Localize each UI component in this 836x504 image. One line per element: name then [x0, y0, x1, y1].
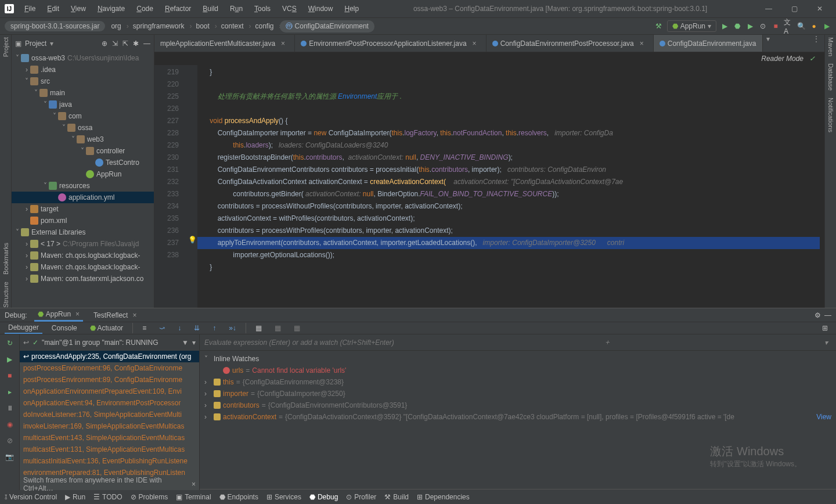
breadcrumb-spring[interactable]: springframework [127, 21, 190, 31]
collapse-icon[interactable]: ⇱ [122, 39, 128, 48]
frame-row[interactable]: multicastInitialEvent:136, EventPublishi… [20, 455, 199, 467]
gear-icon[interactable]: ⚙ [815, 311, 821, 319]
hide-icon[interactable]: — [143, 39, 150, 48]
run-icon[interactable]: ▶ [720, 21, 729, 31]
bb-profiler[interactable]: ⊙ Profiler [346, 493, 376, 501]
chevron-down-icon[interactable]: ▾ [821, 339, 831, 347]
thread-label[interactable]: "main"@1 in group "main": RUNNING [42, 339, 178, 347]
var-urls[interactable]: urls = Cannot find local variable 'urls' [204, 365, 831, 376]
breadcrumb-jar[interactable]: spring-boot-3.0.1-sources.jar [5, 21, 105, 31]
tree-src[interactable]: ˅src [12, 75, 154, 87]
menu-window[interactable]: Window [304, 2, 338, 15]
layout-icon[interactable]: ⊞ [819, 323, 831, 333]
frame-row[interactable]: multicastEvent:131, SimpleApplicationEve… [20, 444, 199, 455]
tab-3[interactable]: ConfigDataEnvironment.java [654, 35, 763, 52]
tree-java[interactable]: ˅java [12, 99, 154, 110]
tree-resources[interactable]: ˅resources [12, 180, 154, 192]
ai-icon[interactable]: ● [809, 21, 819, 31]
maximize-button[interactable]: ▢ [783, 0, 806, 17]
search-icon[interactable]: 🔍 [797, 21, 806, 31]
frame-row[interactable]: multicastEvent:143, SimpleApplicationEve… [20, 432, 199, 444]
run-to-cursor-icon[interactable]: »↓ [225, 323, 240, 333]
profile-icon[interactable]: ⊙ [758, 21, 767, 31]
minimize-icon[interactable]: — [824, 311, 831, 319]
close-icon[interactable]: × [192, 480, 196, 488]
tab-debugger[interactable]: Debugger [5, 322, 42, 334]
reader-mode-toggle[interactable]: Reader Mode [761, 55, 803, 63]
tree-com[interactable]: ˅com [12, 110, 154, 122]
tool-maven[interactable]: Maven [827, 37, 834, 56]
frame-row[interactable]: postProcessEnvironment:96, ConfigDataEnv… [20, 362, 199, 374]
menu-edit[interactable]: Edit [42, 2, 64, 15]
bb-debug[interactable]: ⬣ Debug [309, 493, 338, 501]
tree-testctrl[interactable]: TestContro [12, 157, 154, 168]
menu-view[interactable]: View [66, 2, 91, 15]
tree-pom[interactable]: pom.xml [12, 215, 154, 226]
settings-icon[interactable]: ✱ [133, 39, 139, 48]
bb-run[interactable]: ▶ Run [65, 493, 85, 501]
add-watch-icon[interactable]: ＋ [600, 337, 614, 347]
run-config-select[interactable]: ⬣AppRun▾ [667, 20, 716, 32]
chevron-down-icon[interactable]: ▾ [192, 339, 196, 347]
tree-root[interactable]: ˅ossa-web3C:\Users\sunjinxin\Idea [12, 52, 154, 64]
frame-row[interactable]: postProcessEnvironment:89, ConfigDataEnv… [20, 374, 199, 386]
menu-refactor[interactable]: Refactor [160, 2, 196, 15]
bb-services[interactable]: ⊞ Services [266, 493, 301, 501]
close-icon[interactable]: × [636, 39, 647, 48]
tab-0[interactable]: mpleApplicationEventMulticaster.java× [154, 35, 295, 52]
breadcrumb-context[interactable]: context [215, 21, 250, 31]
evaluate-icon[interactable]: ▦ [252, 323, 265, 333]
menu-tools[interactable]: Tools [250, 2, 275, 15]
tree-extlib[interactable]: ˅External Libraries [12, 226, 154, 238]
tree-controller[interactable]: ˅controller [12, 145, 154, 157]
tree-m2[interactable]: ›Maven: ch.qos.logback:logback- [12, 261, 154, 273]
tree-m3[interactable]: ›Maven: com.fasterxml.jackson.co [12, 273, 154, 285]
close-button[interactable]: ✕ [808, 0, 831, 17]
menu-help[interactable]: Help [340, 2, 363, 15]
tree-target[interactable]: ›target [12, 203, 154, 215]
view-link[interactable]: View [816, 413, 831, 421]
translate-icon[interactable]: 文A [784, 21, 793, 31]
menu-file[interactable]: File [20, 2, 40, 15]
var-this[interactable]: › this = {ConfigDataEnvironment@3238} [204, 376, 831, 388]
more-icon[interactable]: ▦ [290, 323, 304, 333]
debug-icon[interactable]: ⬣ [733, 21, 742, 31]
step-into-icon[interactable]: ↓ [174, 323, 185, 333]
tool-project[interactable]: Project [2, 37, 9, 57]
evaluate-input[interactable]: Evaluate expression (Enter) or add a wat… [200, 334, 836, 351]
mute-breakpoints-icon[interactable]: ⊘ [5, 435, 15, 446]
tool-bookmarks[interactable]: Bookmarks [2, 243, 9, 275]
tree-apprun[interactable]: AppRun [12, 168, 154, 180]
var-activation-context[interactable]: › activationContext = {ConfigDataActivat… [204, 411, 831, 423]
step-out-icon[interactable]: ↑ [209, 323, 219, 333]
tree-jdk[interactable]: ›< 17 >C:\Program Files\Java\jd [12, 238, 154, 250]
stop-icon[interactable]: ■ [5, 370, 15, 381]
tab-console[interactable]: Console [48, 323, 81, 333]
step-over-icon[interactable]: ⤻ [156, 323, 168, 333]
breadcrumb-class[interactable]: ⓜConfigDataEnvironment [280, 20, 374, 33]
tool-notifications[interactable]: Notifications [827, 98, 834, 132]
stop-icon[interactable]: ■ [771, 21, 780, 31]
frame-row[interactable]: onApplicationEnvironmentPreparedEvent:10… [20, 386, 199, 397]
expand-icon[interactable]: ⇲ [112, 39, 118, 48]
tool-database[interactable]: Database [827, 63, 834, 91]
code-text[interactable]: } 处理所有贡献并将任何新导入的属性源 Environment应用于 . voi… [197, 65, 824, 308]
frames-list[interactable]: ↩processAndApply:235, ConfigDataEnvironm… [20, 351, 199, 478]
resume-icon[interactable]: ▸ [5, 387, 15, 397]
rerun-icon[interactable]: ↻ [5, 338, 15, 348]
updates-icon[interactable]: ▶ [822, 21, 831, 31]
bb-terminal[interactable]: ▣ Terminal [176, 493, 211, 501]
bb-problems[interactable]: ⊘ Problems [131, 493, 168, 501]
modify-run-icon[interactable]: ▶ [5, 354, 15, 365]
menu-run[interactable]: Run [225, 2, 247, 15]
code-area[interactable]: 219 220 225 226 227 228 229 230 231 232 … [154, 65, 824, 308]
chevron-down-icon[interactable]: ▾ [763, 35, 773, 52]
pause-icon[interactable]: ⏸ [5, 403, 15, 413]
minimize-button[interactable]: — [757, 0, 780, 17]
menu-code[interactable]: Code [132, 2, 158, 15]
view-breakpoints-icon[interactable]: ◉ [5, 419, 15, 430]
tree-web3[interactable]: ˅web3 [12, 134, 154, 145]
menu-navigate[interactable]: Navigate [93, 2, 129, 15]
bb-endpoints[interactable]: ⬣ Endpoints [219, 493, 258, 501]
camera-icon[interactable]: 📷 [5, 452, 15, 462]
